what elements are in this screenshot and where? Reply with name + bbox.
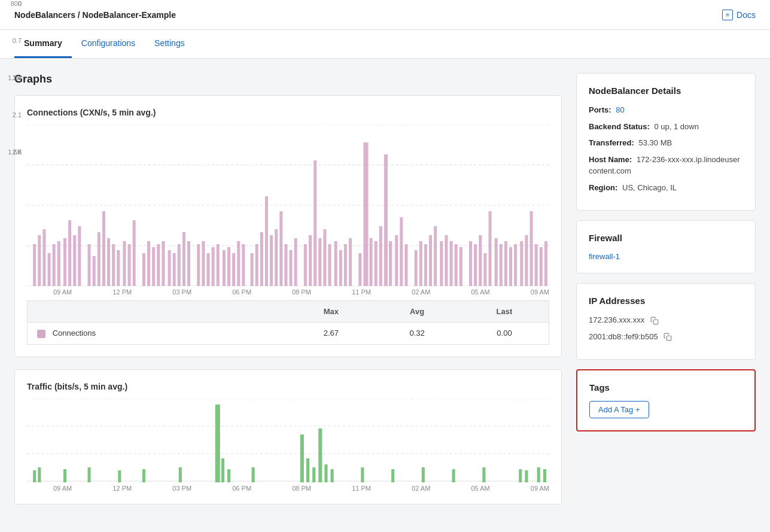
traffic-y-labels: 1.6K 1.2K 800 (0, 0, 22, 156)
svg-rect-115 (252, 467, 255, 482)
svg-rect-28 (157, 244, 160, 286)
tab-summary[interactable]: Summary (14, 30, 72, 58)
svg-rect-59 (323, 229, 326, 286)
tab-settings[interactable]: Settings (145, 30, 194, 58)
traffic-graph-title: Traffic (bits/s, 5 min avg.) (27, 382, 549, 391)
svg-rect-43 (237, 241, 240, 286)
stat-connections-last: 0.00 (460, 323, 549, 345)
svg-rect-26 (147, 241, 150, 286)
stat-connections-avg: 0.32 (374, 323, 460, 345)
ports-label: Ports: (589, 105, 611, 114)
svg-rect-22 (123, 241, 126, 286)
transferred-value: 53.30 MB (639, 138, 672, 147)
svg-rect-10 (57, 241, 60, 286)
svg-rect-94 (514, 244, 517, 286)
svg-rect-17 (98, 232, 101, 286)
docs-link[interactable]: ≡ Docs (722, 10, 756, 20)
svg-rect-57 (314, 160, 316, 286)
stat-connections-label: Connections (53, 329, 96, 338)
svg-rect-82 (450, 241, 453, 286)
svg-rect-105 (33, 470, 36, 482)
hostname-label: Host Name: (589, 155, 632, 164)
svg-rect-95 (520, 241, 523, 286)
firewall-title: Firewall (589, 233, 743, 243)
nodebalancer-details-card: NodeBalancer Details Ports: 80 Backend S… (576, 73, 756, 211)
svg-rect-72 (395, 235, 398, 286)
svg-rect-55 (304, 244, 307, 286)
traffic-x-labels: 09 AM 12 PM 03 PM 06 PM 08 PM 11 PM 02 A… (27, 485, 549, 492)
svg-rect-83 (455, 244, 458, 286)
svg-rect-108 (88, 467, 91, 482)
svg-rect-96 (525, 235, 528, 286)
svg-rect-87 (479, 235, 482, 286)
svg-rect-54 (294, 238, 297, 286)
stat-header-avg: Avg (374, 301, 460, 323)
svg-rect-88 (483, 253, 486, 286)
svg-rect-127 (519, 469, 522, 482)
copy-ipv6-icon[interactable] (664, 333, 672, 341)
svg-rect-64 (349, 238, 352, 286)
ports-value[interactable]: 80 (616, 105, 624, 114)
breadcrumb-current: NodeBalancer-Example (83, 10, 176, 20)
ipv4-value: 172.236.xxx.xxx (589, 315, 644, 324)
svg-rect-32 (178, 244, 181, 286)
ipv6-value: 2001:db8::fef9:b505 (589, 332, 658, 341)
svg-rect-38 (212, 247, 215, 286)
svg-rect-112 (215, 405, 220, 482)
svg-rect-120 (324, 464, 327, 482)
tags-card: Tags Add A Tag + (576, 369, 756, 431)
svg-rect-117 (306, 458, 309, 482)
table-row: Connections 2.67 0.32 0.00 (28, 323, 549, 345)
svg-rect-14 (78, 226, 81, 286)
svg-rect-85 (469, 241, 472, 286)
svg-rect-99 (540, 247, 543, 286)
svg-rect-18 (102, 211, 105, 286)
ipv4-row: 172.236.xxx.xxx (589, 314, 743, 326)
add-tag-button[interactable]: Add A Tag + (589, 401, 649, 418)
svg-rect-111 (179, 467, 182, 482)
svg-rect-35 (197, 244, 200, 286)
svg-rect-56 (309, 235, 312, 286)
svg-rect-44 (242, 244, 245, 286)
svg-rect-119 (318, 428, 322, 482)
connections-stats-table: Max Avg Last Connections 2.67 0.32 0.00 (27, 300, 549, 345)
svg-rect-13 (73, 235, 76, 286)
svg-rect-19 (107, 238, 110, 286)
svg-rect-118 (312, 467, 315, 482)
copy-ipv4-icon[interactable] (650, 317, 659, 325)
svg-rect-6 (38, 235, 41, 286)
connections-chart-svg (27, 124, 549, 286)
svg-rect-27 (152, 247, 155, 286)
stat-row-label: Connections (28, 323, 288, 345)
firewall-card: Firewall firewall-1 (576, 220, 756, 273)
traffic-chart-svg (27, 399, 549, 482)
page-title: Graphs (14, 73, 562, 86)
svg-rect-61 (334, 241, 337, 286)
svg-rect-5 (33, 244, 36, 286)
breadcrumb-separator: / (78, 10, 80, 20)
svg-rect-16 (93, 256, 96, 286)
svg-rect-123 (391, 469, 394, 482)
svg-rect-130 (543, 469, 546, 482)
tab-configurations[interactable]: Configurations (72, 30, 145, 58)
svg-rect-11 (63, 238, 66, 286)
stat-header-last: Last (460, 301, 549, 323)
svg-rect-128 (525, 470, 528, 482)
firewall-link[interactable]: firewall-1 (589, 252, 620, 261)
left-panel: Graphs Connections (CXN/s, 5 min avg.) 2… (14, 73, 562, 516)
svg-rect-41 (227, 247, 230, 286)
tags-title: Tags (589, 382, 742, 393)
svg-rect-129 (537, 467, 540, 482)
backend-status-row: Backend Status: 0 up, 1 down (589, 121, 743, 133)
connections-graph-title: Connections (CXN/s, 5 min avg.) (27, 108, 549, 117)
transferred-row: Transferred: 53.30 MB (589, 137, 743, 149)
svg-rect-58 (318, 238, 321, 286)
svg-rect-47 (260, 232, 263, 286)
svg-rect-45 (251, 253, 254, 286)
breadcrumb-parent: NodeBalancers (14, 10, 75, 20)
svg-rect-51 (279, 211, 282, 286)
svg-rect-89 (488, 211, 491, 286)
svg-rect-63 (344, 244, 347, 286)
main-layout: Graphs Connections (CXN/s, 5 min avg.) 2… (0, 59, 770, 531)
legend-color-connections (37, 330, 45, 338)
